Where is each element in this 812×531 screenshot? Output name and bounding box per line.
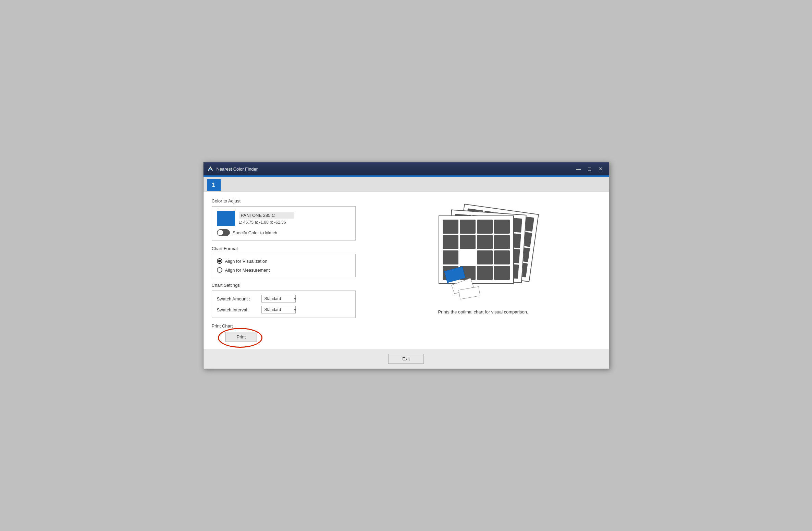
color-box: PANTONE 285 C L: 45.75 a: -1.88 b: -62.3… (212, 206, 356, 240)
specify-color-toggle[interactable] (217, 229, 230, 236)
tab-area: 1 (204, 177, 609, 192)
cell (494, 250, 510, 264)
swatch-interval-select[interactable]: Standard Small Large (261, 306, 296, 313)
color-swatch (217, 211, 235, 226)
cell (477, 235, 493, 249)
swatch-amount-select[interactable]: Standard Small Large (261, 295, 296, 302)
swatch-interval-label: Swatch Interval : (217, 307, 261, 312)
settings-grid: Swatch Amount : Standard Small Large ▼ S… (217, 295, 350, 313)
cell (494, 220, 510, 234)
color-row: PANTONE 285 C L: 45.75 a: -1.88 b: -62.3… (217, 211, 350, 226)
cell (443, 235, 458, 249)
main-content: Color to Adjust PANTONE 285 C L: 45.75 a… (204, 192, 609, 349)
minimize-button[interactable]: — (574, 165, 583, 173)
chart-format-box: Align for Visualization Align for Measur… (212, 254, 356, 277)
window-controls: — □ ✕ (574, 165, 605, 173)
cell (460, 235, 476, 249)
window-title: Nearest Color Finder (217, 166, 574, 172)
cell (443, 250, 458, 264)
cell (494, 235, 510, 249)
chart-settings-box: Swatch Amount : Standard Small Large ▼ S… (212, 291, 356, 318)
cell (477, 250, 493, 264)
chart-illustration (425, 205, 541, 301)
close-button[interactable]: ✕ (596, 165, 605, 173)
app-logo (207, 165, 214, 172)
radio-measurement[interactable]: Align for Measurement (217, 267, 350, 273)
maximize-button[interactable]: □ (585, 165, 594, 173)
color-name: PANTONE 285 C (239, 212, 294, 219)
cell-empty (460, 250, 476, 264)
exit-button[interactable]: Exit (388, 354, 424, 364)
swatch-interval-wrapper: Standard Small Large ▼ (261, 306, 299, 313)
radio-visualization-label: Align for Visualization (225, 259, 268, 264)
cell (477, 220, 493, 234)
illustration-description: Prints the optimal chart for visual comp… (438, 309, 528, 314)
app-window: Nearest Color Finder — □ ✕ 1 Color to Ad… (203, 162, 609, 369)
footer: Exit (204, 349, 609, 369)
cell (494, 266, 510, 280)
color-info: PANTONE 285 C L: 45.75 a: -1.88 b: -62.3… (239, 212, 294, 225)
titlebar: Nearest Color Finder — □ ✕ (204, 162, 609, 175)
radio-measurement-label: Align for Measurement (225, 268, 270, 273)
chart-settings-label: Chart Settings (212, 283, 356, 288)
cell (477, 266, 493, 280)
chart-format-label: Chart Format (212, 246, 356, 251)
radio-visualization-circle[interactable] (217, 258, 222, 264)
print-button[interactable]: Print (225, 332, 257, 342)
swatch-amount-wrapper: Standard Small Large ▼ (261, 295, 299, 302)
cell (443, 220, 458, 234)
swatch-amount-label: Swatch Amount : (217, 296, 261, 301)
cell (460, 220, 476, 234)
toggle-label: Specify Color to Match (233, 230, 278, 235)
print-section-label: Print Chart (212, 323, 356, 329)
radio-measurement-circle[interactable] (217, 267, 222, 273)
toggle-row: Specify Color to Match (217, 229, 350, 236)
color-lab: L: 45.75 a: -1.88 b: -62.36 (239, 220, 294, 225)
radio-visualization[interactable]: Align for Visualization (217, 258, 350, 264)
print-btn-wrapper: Print (225, 332, 257, 342)
tab-1[interactable]: 1 (207, 179, 221, 191)
color-section-label: Color to Adjust (212, 198, 356, 203)
left-panel: Color to Adjust PANTONE 285 C L: 45.75 a… (212, 198, 356, 342)
right-panel: Prints the optimal chart for visual comp… (366, 198, 601, 342)
